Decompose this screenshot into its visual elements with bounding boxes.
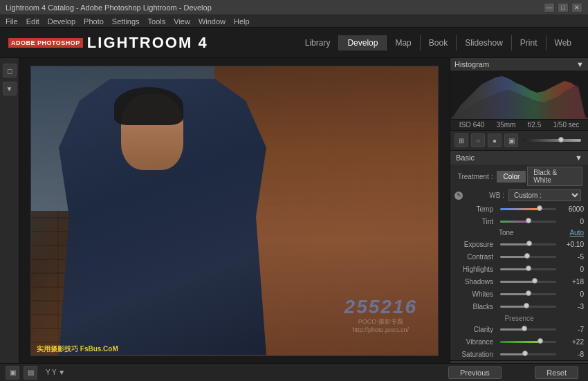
vibrance-slider[interactable] [500,341,556,343]
view-list-button[interactable]: ▤ [24,366,37,380]
tab-develop[interactable]: Develop [338,35,386,50]
tone-row: Tone Auto [450,227,588,238]
color-treatment-button[interactable]: Color [497,171,526,183]
nav-tabs: Library Develop Map Book Slideshow Print… [297,35,580,50]
contrast-value: -5 [559,253,584,261]
tone-auto-button[interactable]: Auto [569,229,584,236]
previous-button[interactable]: Previous [448,366,502,379]
menu-view[interactable]: View [174,17,190,26]
redeye-tool[interactable]: ● [488,133,502,147]
saturation-slider-thumb[interactable] [522,351,528,356]
close-button[interactable]: ✕ [571,3,582,12]
tone-curve-header[interactable]: Tone Curve ▼ [450,361,588,363]
shadows-slider[interactable] [500,281,556,283]
tools-slider[interactable] [524,139,581,142]
menu-develop[interactable]: Develop [48,17,75,26]
logo-sub-text: ADOBE PHOTOSHOP [11,39,80,46]
contrast-slider-thumb[interactable] [524,253,530,259]
exposure-label: Exposure [454,241,497,248]
basic-section-header[interactable]: Basic ▼ [450,151,588,165]
view-grid-button[interactable]: ▣ [6,366,19,380]
vibrance-slider-thumb[interactable] [538,338,543,344]
left-tool-1[interactable]: ◻ [3,64,17,77]
saturation-label: Saturation [454,351,497,358]
hair-area [114,87,183,125]
temp-row: Temp 6000 [450,203,588,215]
tab-book[interactable]: Book [420,35,456,50]
menu-edit[interactable]: Edit [26,17,39,26]
spot-tool[interactable]: ○ [471,133,485,147]
whites-slider-thumb[interactable] [526,290,531,296]
temp-label: Temp [454,205,497,213]
shadows-value: +18 [559,278,584,286]
wb-row: ✎ WB : Custom : As Shot Auto Daylight Cl… [450,188,588,203]
wb-eyedropper-icon[interactable]: ✎ [454,192,463,200]
menu-help[interactable]: Help [234,17,250,26]
blacks-slider-thumb[interactable] [524,303,529,308]
menu-settings[interactable]: Settings [112,17,140,26]
main-area: ◻ ▼ 255216 POCO·摄影专题http://photo.poco.cn… [0,58,588,363]
menu-window[interactable]: Window [199,17,226,26]
zoom-label[interactable]: Y Y ▼ [46,369,65,376]
app-logo-text: LIGHTROOM 4 [87,34,208,52]
temp-slider[interactable] [500,208,556,210]
menu-file[interactable]: File [6,17,18,26]
temp-value: 6000 [559,205,584,213]
right-panel: Histogram ▼ [450,58,588,363]
tone-curve-section: Tone Curve ▼ [450,361,588,363]
tab-print[interactable]: Print [511,35,546,50]
shutter-info: 1/50 sec [553,121,580,129]
vibrance-label: Vibrance [454,338,497,346]
highlights-slider[interactable] [500,268,556,270]
left-tool-2[interactable]: ▼ [3,82,17,95]
blacks-slider[interactable] [500,306,556,308]
shadows-slider-thumb[interactable] [532,278,538,284]
tint-row: Tint 0 [450,215,588,227]
gradient-tool[interactable]: ▣ [504,133,518,147]
menu-photo[interactable]: Photo [84,17,104,26]
histogram-header[interactable]: Histogram ▼ [450,58,588,71]
titlebar: Lightroom 4 Catalog - Adobe Photoshop Li… [0,0,588,15]
temp-slider-thumb[interactable] [537,205,542,211]
clarity-label: Clarity [454,326,497,333]
shadows-slider-fill [500,281,535,283]
watermark-site: POCO·摄影专题http://photo.poco.cn/ [344,318,417,334]
crop-tool[interactable]: ⊞ [454,133,468,147]
window-controls: — □ ✕ [544,3,582,12]
wb-select[interactable]: Custom : As Shot Auto Daylight Cloudy Sh… [508,189,581,201]
histogram-section: Histogram ▼ [450,58,588,131]
tint-slider-thumb[interactable] [526,218,531,223]
reset-button[interactable]: Reset [535,366,578,379]
vibrance-value: +22 [559,338,584,346]
maximize-button[interactable]: □ [558,3,569,12]
histogram-collapse-icon[interactable]: ▼ [576,60,584,68]
exposure-slider[interactable] [500,243,556,245]
basic-collapse-icon: ▼ [575,154,582,162]
exposure-slider-thumb[interactable] [526,241,532,246]
vibrance-slider-fill [500,341,540,343]
clarity-slider[interactable] [500,328,556,331]
contrast-slider[interactable] [500,256,556,258]
highlights-label: Highlights [454,266,497,273]
highlights-value: 0 [559,266,584,273]
highlights-slider-thumb[interactable] [526,266,531,271]
tab-map[interactable]: Map [386,35,419,50]
whites-slider[interactable] [500,293,556,295]
clarity-slider-thumb[interactable] [522,326,527,331]
tools-slider-thumb[interactable] [558,137,564,142]
saturation-slider-fill [500,353,525,355]
minimize-button[interactable]: — [544,3,555,12]
blacks-row: Blacks -3 [450,300,588,313]
menubar: File Edit Develop Photo Settings Tools V… [0,15,588,28]
tint-slider[interactable] [500,221,556,223]
menu-tools[interactable]: Tools [148,17,166,26]
tab-library[interactable]: Library [297,35,339,50]
tab-slideshow[interactable]: Slideshow [456,35,511,50]
tab-web[interactable]: Web [546,35,580,50]
saturation-slider[interactable] [500,353,556,355]
iso-info: ISO 640 [459,121,485,129]
tint-label: Tint [454,218,497,225]
basic-section: Basic ▼ Treatment : Color Black & White … [450,151,588,361]
vibrance-row: Vibrance +22 [450,335,588,348]
bw-treatment-button[interactable]: Black & White [527,167,582,186]
